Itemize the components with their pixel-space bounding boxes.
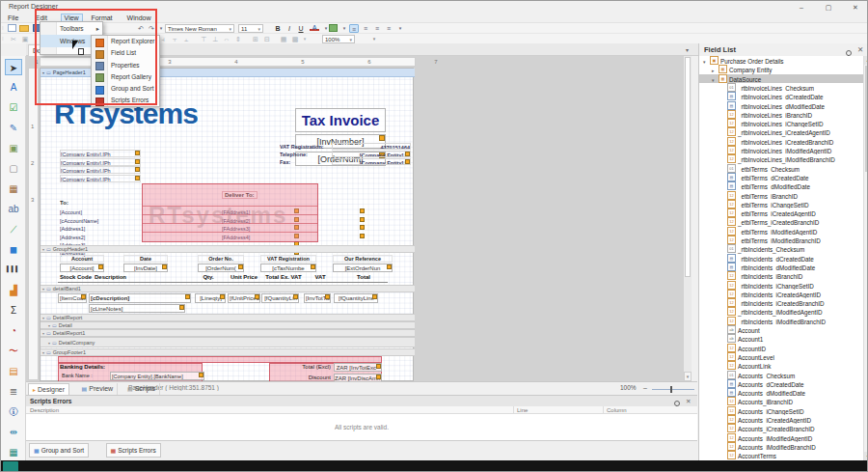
font-size-dropdown-icon[interactable]: ▾ (258, 25, 260, 33)
field-list-item[interactable]: 12AccountLevel (699, 352, 863, 361)
detail-cell-0[interactable]: [ItemCode] (58, 293, 87, 303)
field-list-item[interactable]: 12Accounts_iModifiedBranchID (699, 442, 863, 451)
design-vscrollbar[interactable]: ▾ (684, 56, 692, 381)
bank-name-field[interactable]: [Company Entity].[BankName] (110, 372, 204, 380)
detail-cell-3[interactable]: [fUnitPriceEx (228, 293, 260, 303)
open-icon[interactable] (19, 25, 29, 32)
scripts-errors-close-icon[interactable]: ✕ (686, 396, 691, 406)
detail-cell-4[interactable]: [fQuantityLin (261, 293, 299, 303)
field-list-item[interactable]: ▤_etblTerms_dModifiedDate (699, 181, 863, 190)
minimize-button[interactable]: – (794, 3, 809, 13)
highlight-dropdown-icon[interactable]: ▾ (339, 24, 349, 33)
zoom-slider-minus[interactable]: – (643, 384, 647, 391)
design-vscroll-down-icon[interactable]: ▾ (684, 372, 692, 381)
band-caption-detail[interactable]: ▾▭Detail (41, 321, 415, 329)
company-phone-field[interactable]: [Company Entity].[Ph (60, 158, 141, 166)
shape-tool[interactable]: ◼ (5, 241, 22, 258)
pivot-grid-tool[interactable]: ▤ (5, 363, 22, 379)
barcode-tool[interactable]: ▍▍▍ (5, 262, 22, 278)
align-tops-icon[interactable]: ⊤ (199, 35, 208, 43)
cross-band-tool[interactable]: ▦ (5, 444, 22, 460)
detail-cell-2[interactable]: [Lineqty] (195, 293, 226, 303)
same-width-icon[interactable]: ⇔ (222, 35, 231, 43)
dock-tab-scripts-errors[interactable]: ▦Scripts Errors (106, 443, 161, 458)
field-list-item[interactable]: ▤_rtbIncidents_dModifiedDate (699, 263, 863, 271)
richtext-tool[interactable]: ✎ (5, 120, 22, 136)
field-list-item[interactable]: 12AccountID (699, 344, 863, 352)
total-value-1[interactable]: ZAR [InvDiscAmm (334, 374, 382, 381)
field-list-item[interactable]: 12_rtbInvoiceLines_iBranchID (699, 110, 863, 119)
tree-expander-icon[interactable]: ▾ (703, 58, 710, 65)
fax-row[interactable]: Fax:[Company Entity].[F (280, 158, 415, 166)
page-info-tool[interactable]: 🛈 (5, 403, 22, 420)
band-caption-groupfooter1[interactable]: ▾▭GroupFooter1 (41, 348, 415, 356)
zoom-slider-track[interactable] (652, 389, 694, 390)
band-collapse-icon[interactable]: ▾ (42, 247, 44, 252)
band-collapse-icon[interactable]: ▾ (42, 287, 44, 292)
fl-scroll-up-icon[interactable]: ▴ (864, 56, 868, 65)
page-break-tool[interactable]: ⇹ (5, 424, 22, 440)
field-list-item[interactable]: 12AccountTerms (699, 451, 863, 459)
info-value-0[interactable]: [Account] (60, 264, 104, 272)
align-dropdown-icon[interactable]: ▾ (395, 24, 405, 33)
field-list-item[interactable]: 12_etblTerms_iModifiedAgentID (699, 227, 863, 236)
highlight-color-icon[interactable] (329, 24, 338, 32)
field-list-item[interactable]: 12_rtbInvoiceLines_iChangeSetID (699, 119, 863, 127)
band-collapse-icon[interactable]: ▾ (42, 316, 44, 320)
scripts-errors-pin-icon[interactable] (674, 399, 680, 406)
align-justify-button[interactable]: ≡ (384, 24, 393, 33)
same-height-icon[interactable]: ⇕ (233, 35, 243, 43)
field-list-item[interactable]: 12Accounts_iCreatedBranchID (699, 424, 863, 432)
field-list-item[interactable]: 12_rtbIncidents_iChangeSetID (699, 281, 863, 290)
tab-scripts[interactable]: ▤Scripts (123, 383, 160, 395)
font-name-dropdown-icon[interactable]: ▾ (229, 25, 231, 33)
field-list-item[interactable]: 12_etblTerms_iCreatedBranchID (699, 217, 863, 226)
band-caption-groupheader1[interactable]: ▾▭GroupHeader1 (41, 245, 415, 253)
field-list-item[interactable]: 12_etblTerms_iChangeSetID (699, 200, 863, 208)
info-value-2[interactable]: [OrderNum( (198, 264, 244, 272)
align-center-button[interactable]: ≡ (361, 24, 370, 33)
bold-button[interactable]: B (273, 24, 283, 33)
font-color-button[interactable]: A (310, 24, 319, 31)
field-list-item[interactable]: 01Accounts_Checksum (699, 371, 863, 379)
telephone-row[interactable]: Telephone:[Company Entity].[T (280, 151, 415, 158)
band-collapse-icon[interactable]: ▾ (48, 323, 50, 328)
toolbar-grip[interactable]: ⁞ (2, 25, 4, 31)
band-caption-detailcompany[interactable]: ▾▭DetailCompany (41, 337, 415, 347)
taskbar-app-icon[interactable] (3, 461, 18, 472)
company-phone-field[interactable]: [Company Entity].[Ph (60, 150, 141, 157)
zoom-more-dropdown-icon[interactable]: ▾ (369, 35, 379, 43)
fl-scroll-down-icon[interactable]: ▾ (864, 452, 868, 460)
dock-tab-group-and-sort[interactable]: ▦Group and Sort (29, 443, 89, 458)
field-list-item[interactable]: 12_rtbInvoiceLines_iCreatedBranchID (699, 137, 863, 146)
chart-tool[interactable]: ▟ (5, 282, 22, 298)
info-value-4[interactable]: [ExtOrderNun (333, 264, 393, 272)
field-list-item[interactable]: ▤Accounts_dCreatedDate (699, 379, 863, 388)
field-list-item[interactable]: 01_rtbInvoiceLines_Checksum (699, 83, 863, 92)
field-list-item[interactable]: ▤Accounts_dModifiedDate (699, 388, 863, 397)
italic-button[interactable]: I (285, 24, 294, 33)
field-list-item[interactable]: 12_rtbInvoiceLines_iModifiedBranchID (699, 154, 863, 163)
field-list-item[interactable]: 12_rtbIncidents_iModifiedBranchID (699, 317, 863, 325)
line-tool[interactable]: ⟋ (5, 221, 22, 237)
info-value-3[interactable]: [cTaxNumbe (260, 264, 316, 272)
field-list-scrollbar[interactable]: ▴ ▾ (863, 56, 868, 461)
zoom-combo[interactable]: ▾100% (322, 35, 355, 43)
tree-expander-icon[interactable]: ▾ (712, 76, 719, 83)
field-list-item[interactable]: 01_rtbIncidents_Checksum (699, 244, 863, 253)
line-notes-field[interactable]: [cLineNotes] (89, 304, 185, 313)
grid-snap-icon[interactable]: ▦ (279, 35, 288, 43)
align-right-button[interactable]: ≡ (372, 24, 382, 33)
checkbox-tool[interactable]: ☑ (5, 99, 22, 116)
picture-tool[interactable]: ▣ (5, 140, 22, 156)
send-back-icon[interactable]: ⊟ (262, 35, 272, 43)
detail-cell-1[interactable]: [cDescription] (89, 293, 191, 303)
field-value[interactable]: 4370151464 (332, 143, 411, 150)
new-document-icon[interactable] (8, 24, 16, 32)
align-centers-icon[interactable]: ⫟ (170, 35, 179, 43)
field-list-close-icon[interactable]: ✕ (857, 43, 863, 56)
band-caption-detailreport1[interactable]: ▾▭DetailReport1 (41, 329, 415, 337)
field-list-item[interactable]: 12_etblTerms_iModifiedBranchID (699, 236, 863, 244)
copy-icon[interactable]: ▣ (20, 35, 30, 43)
field-list-item[interactable]: 12Accounts_iModifiedAgentID (699, 433, 863, 442)
